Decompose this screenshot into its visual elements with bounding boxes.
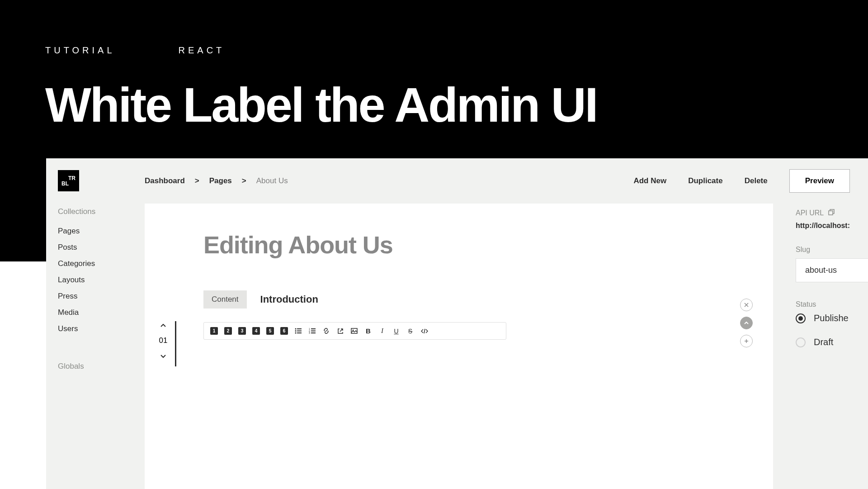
tag-react: REACT <box>179 45 225 56</box>
tag-tutorial: TUTORIAL <box>45 45 115 56</box>
hero-title: White Label the Admin UI <box>45 81 823 129</box>
hero-section: TUTORIAL REACT White Label the Admin UI <box>0 0 868 158</box>
